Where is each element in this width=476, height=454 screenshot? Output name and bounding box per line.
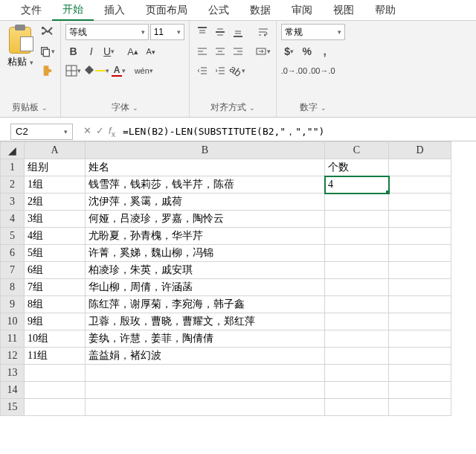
- menu-item-3[interactable]: 页面布局: [135, 1, 198, 20]
- cell-B15[interactable]: [86, 399, 325, 416]
- align-bottom-button[interactable]: [230, 24, 246, 40]
- paste-button[interactable]: 粘贴 ▾: [4, 24, 36, 68]
- cell-C11[interactable]: [325, 330, 389, 348]
- cell-A4[interactable]: 3组: [25, 211, 86, 228]
- menu-item-6[interactable]: 审阅: [281, 1, 323, 20]
- font-size-combo[interactable]: 11▾: [150, 24, 184, 40]
- cell-D15[interactable]: [389, 399, 451, 416]
- cell-D7[interactable]: [389, 262, 451, 279]
- cell-A5[interactable]: 4组: [25, 228, 86, 245]
- cell-B2[interactable]: 钱雪萍，钱莉莎，钱半芹，陈蓓: [86, 176, 325, 194]
- cell-B7[interactable]: 柏凌珍，朱英，戚安琪: [86, 262, 325, 279]
- cell-C4[interactable]: [325, 211, 389, 228]
- cell-D9[interactable]: [389, 296, 451, 313]
- menu-item-5[interactable]: 数据: [239, 1, 281, 20]
- cancel-formula-button[interactable]: ✕: [83, 125, 91, 138]
- orientation-button[interactable]: ab ▾: [230, 63, 246, 79]
- cell-D4[interactable]: [389, 211, 451, 228]
- cell-B12[interactable]: 盖益娟，褚幻波: [86, 348, 325, 365]
- decrease-decimal-button[interactable]: .00→.0: [309, 63, 335, 79]
- cell-B8[interactable]: 华山柳，周倩，许涵菡: [86, 279, 325, 296]
- row-header[interactable]: 3: [1, 194, 25, 211]
- phonetic-button[interactable]: wén ▾: [135, 63, 153, 79]
- cell-A7[interactable]: 6组: [25, 262, 86, 279]
- underline-button[interactable]: U ▾: [101, 43, 118, 60]
- cell-C1[interactable]: 个数: [325, 159, 389, 176]
- border-button[interactable]: ▾: [65, 63, 82, 79]
- row-header[interactable]: 7: [1, 262, 25, 279]
- row-header[interactable]: 15: [1, 399, 25, 416]
- cell-D10[interactable]: [389, 313, 451, 330]
- currency-button[interactable]: $ ▾: [281, 43, 298, 60]
- row-header[interactable]: 13: [1, 365, 25, 382]
- number-format-combo[interactable]: 常规▾: [281, 24, 345, 40]
- cell-C15[interactable]: [325, 399, 389, 416]
- cell-D13[interactable]: [389, 365, 451, 382]
- cell-B3[interactable]: 沈伊萍，奚霭，戚荷: [86, 194, 325, 211]
- align-center-button[interactable]: [212, 43, 228, 60]
- merge-button[interactable]: ▾: [255, 43, 271, 60]
- copy-button[interactable]: ▾: [39, 43, 56, 60]
- italic-button[interactable]: I: [83, 43, 100, 60]
- cell-D5[interactable]: [389, 228, 451, 245]
- menu-item-4[interactable]: 公式: [198, 1, 239, 20]
- cell-D8[interactable]: [389, 279, 451, 296]
- cell-B14[interactable]: [86, 382, 325, 399]
- cell-A12[interactable]: 11组: [25, 348, 86, 365]
- format-painter-button[interactable]: [39, 63, 56, 79]
- increase-font-button[interactable]: A▴: [125, 43, 141, 60]
- menu-item-2[interactable]: 插入: [94, 1, 135, 20]
- cell-C3[interactable]: [325, 194, 389, 211]
- cell-C13[interactable]: [325, 365, 389, 382]
- row-header[interactable]: 6: [1, 245, 25, 262]
- cell-D14[interactable]: [389, 382, 451, 399]
- menu-item-7[interactable]: 视图: [323, 1, 364, 20]
- cell-B4[interactable]: 何娅，吕凌珍，罗嘉，陶怜云: [86, 211, 325, 228]
- cell-A10[interactable]: 9组: [25, 313, 86, 330]
- formula-input[interactable]: [120, 126, 476, 137]
- increase-indent-button[interactable]: [212, 63, 228, 79]
- cell-A6[interactable]: 5组: [25, 245, 86, 262]
- row-header[interactable]: 14: [1, 382, 25, 399]
- cell-D12[interactable]: [389, 348, 451, 365]
- row-header[interactable]: 2: [1, 176, 25, 194]
- cell-C8[interactable]: [325, 279, 389, 296]
- cell-B11[interactable]: 姜纨，许慧，姜菲，陶倩倩: [86, 330, 325, 348]
- row-header[interactable]: 9: [1, 296, 25, 313]
- percent-button[interactable]: %: [299, 43, 315, 60]
- cell-C7[interactable]: [325, 262, 389, 279]
- menu-item-0[interactable]: 文件: [10, 1, 52, 20]
- col-header-A[interactable]: A: [25, 142, 86, 159]
- cell-A13[interactable]: [25, 365, 86, 382]
- cell-D11[interactable]: [389, 330, 451, 348]
- cut-button[interactable]: [39, 24, 56, 40]
- cell-B1[interactable]: 姓名: [86, 159, 325, 176]
- fill-color-button[interactable]: ▾: [83, 63, 109, 79]
- row-header[interactable]: 10: [1, 313, 25, 330]
- align-middle-button[interactable]: [212, 24, 228, 40]
- cell-B5[interactable]: 尤盼夏，孙青槐，华半芹: [86, 228, 325, 245]
- cell-A2[interactable]: 1组: [25, 176, 86, 194]
- worksheet-grid[interactable]: ◢ABCD 1组别姓名个数21组钱雪萍，钱莉莎，钱半芹，陈蓓432组沈伊萍，奚霭…: [0, 141, 476, 416]
- font-name-combo[interactable]: 等线▾: [65, 24, 149, 40]
- row-header[interactable]: 11: [1, 330, 25, 348]
- font-color-button[interactable]: A ▾: [111, 63, 127, 79]
- align-right-button[interactable]: [230, 43, 246, 60]
- cell-B10[interactable]: 卫蓉，殷玫，曹晓，曹耀文，郑红萍: [86, 313, 325, 330]
- col-header-B[interactable]: B: [86, 142, 325, 159]
- cell-A15[interactable]: [25, 399, 86, 416]
- row-header[interactable]: 8: [1, 279, 25, 296]
- cell-B9[interactable]: 陈红萍，谢厚菊，李宛海，韩子鑫: [86, 296, 325, 313]
- cell-A8[interactable]: 7组: [25, 279, 86, 296]
- row-header[interactable]: 12: [1, 348, 25, 365]
- comma-button[interactable]: ,: [317, 43, 333, 60]
- cell-C10[interactable]: [325, 313, 389, 330]
- bold-button[interactable]: B: [65, 43, 82, 60]
- fx-button[interactable]: fx: [109, 125, 115, 138]
- cell-A9[interactable]: 8组: [25, 296, 86, 313]
- select-all-corner[interactable]: ◢: [1, 142, 25, 159]
- name-box[interactable]: C2▾: [10, 124, 73, 140]
- cell-A1[interactable]: 组别: [25, 159, 86, 176]
- menu-item-1[interactable]: 开始: [52, 0, 94, 21]
- col-header-C[interactable]: C: [325, 142, 389, 159]
